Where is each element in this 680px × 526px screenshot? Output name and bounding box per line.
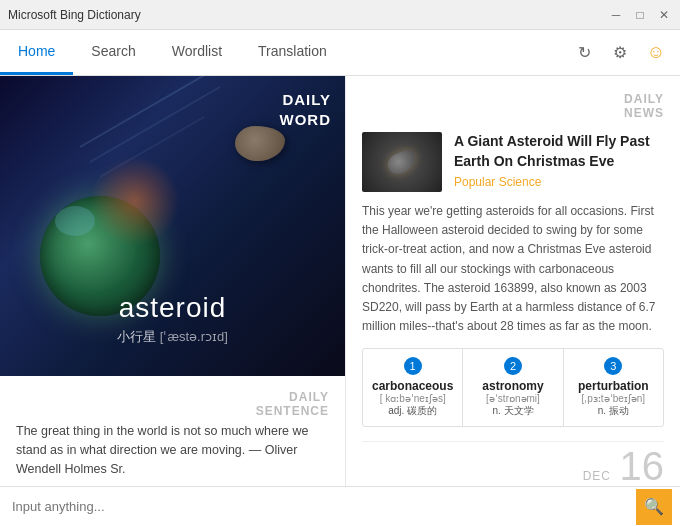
title-bar: Microsoft Bing Dictionary ─ □ ✕ [0,0,680,30]
tab-search[interactable]: Search [73,30,153,75]
daily-word-card[interactable]: DAILY WORD asteroid 小行星 [ˈæstə.rɔɪd] [0,76,345,376]
sentence-daily-text: DAILY [16,390,329,404]
news-daily-text: DAILY [624,92,664,106]
app-title: Microsoft Bing Dictionary [8,8,141,22]
sentence-english: The great thing in the world is not so m… [16,422,329,478]
nav-tabs: Home Search Wordlist Translation [0,30,345,75]
daily-sentence: DAILY SENTENCE The great thing in the wo… [0,376,345,486]
keyword-2[interactable]: 2 astronomy [əˈstrɒnəmi] n. 天文学 [463,349,563,426]
tab-home[interactable]: Home [0,30,73,75]
news-label-text: NEWS [624,106,664,120]
nav-bar: Home Search Wordlist Translation ↻ ⚙ ☺ [0,30,680,76]
news-header-row: DAILY NEWS [362,92,664,120]
tab-wordlist[interactable]: Wordlist [154,30,240,75]
keyword-3-phonetic: [ˌpɜːtəˈbeɪʃən] [570,393,657,404]
news-title-block: A Giant Asteroid Will Fly Past Earth On … [454,132,664,192]
earth-highlight [55,206,95,236]
search-input[interactable] [12,499,636,514]
keyword-1-pos: adj. 碳质的 [369,404,456,418]
news-title[interactable]: A Giant Asteroid Will Fly Past Earth On … [454,132,664,171]
news-thumb-asteroid [384,146,420,178]
search-button[interactable]: 🔍 [636,489,672,525]
date-display: DEC 16 [362,441,664,486]
date-month: DEC [583,469,611,483]
word-english: asteroid [0,292,345,324]
asteroid-rock [235,126,285,161]
left-panel: DAILY WORD asteroid 小行星 [ˈæstə.rɔɪd] DAI… [0,76,345,486]
news-daily-label: DAILY NEWS [624,92,664,120]
news-section: DAILY NEWS A Giant Asteroid Will Fly Pas… [346,76,680,486]
word-daily-text: DAILY [280,90,332,110]
keyword-2-word: astronomy [469,379,556,393]
right-panel: DAILY NEWS A Giant Asteroid Will Fly Pas… [345,76,680,486]
main-content: DAILY WORD asteroid 小行星 [ˈæstə.rɔɪd] DAI… [0,76,680,486]
keyword-1[interactable]: 1 carbonaceous [ kɑːbəˈneɪʃəs] adj. 碳质的 [363,349,463,426]
news-card[interactable]: A Giant Asteroid Will Fly Past Earth On … [362,132,664,336]
search-icon: 🔍 [644,497,664,516]
word-daily-label: DAILY WORD [280,90,332,129]
date-day: 16 [620,444,665,486]
keyword-2-pos: n. 天文学 [469,404,556,418]
keyword-3-pos: n. 振动 [570,404,657,418]
word-chinese-text: 小行星 [117,329,156,344]
minimize-button[interactable]: ─ [608,8,624,22]
tab-translation[interactable]: Translation [240,30,345,75]
news-body: This year we're getting asteroids for al… [362,202,664,336]
word-chinese: 小行星 [ˈæstə.rɔɪd] [0,328,345,346]
news-source[interactable]: Popular Science [454,175,664,189]
close-button[interactable]: ✕ [656,8,672,22]
keyword-3-word: perturbation [570,379,657,393]
input-bar: 🔍 [0,486,680,526]
word-label-text: WORD [280,110,332,130]
streak2 [90,86,221,163]
smile-icon[interactable]: ☺ [642,39,670,67]
keyword-2-phonetic: [əˈstrɒnəmi] [469,393,556,404]
streak1 [80,76,237,148]
sentence-label-text: SENTENCE [16,404,329,418]
keyword-3[interactable]: 3 perturbation [ˌpɜːtəˈbeɪʃən] n. 振动 [564,349,663,426]
window-controls: ─ □ ✕ [608,8,672,22]
keyword-3-num: 3 [604,357,622,375]
word-display: asteroid 小行星 [ˈæstə.rɔɪd] [0,292,345,346]
refresh-icon[interactable]: ↻ [570,39,598,67]
nav-icons: ↻ ⚙ ☺ [570,30,680,75]
keyword-1-phonetic: [ kɑːbəˈneɪʃəs] [369,393,456,404]
word-phonetic: [ˈæstə.rɔɪd] [160,329,228,344]
keyword-1-num: 1 [404,357,422,375]
settings-icon[interactable]: ⚙ [606,39,634,67]
impact-glow [90,156,180,246]
keyword-1-word: carbonaceous [369,379,456,393]
news-thumbnail [362,132,442,192]
news-card-top: A Giant Asteroid Will Fly Past Earth On … [362,132,664,192]
keyword-2-num: 2 [504,357,522,375]
keywords-row: 1 carbonaceous [ kɑːbəˈneɪʃəs] adj. 碳质的 … [362,348,664,427]
sentence-daily-label: DAILY SENTENCE [16,390,329,418]
maximize-button[interactable]: □ [632,8,648,22]
